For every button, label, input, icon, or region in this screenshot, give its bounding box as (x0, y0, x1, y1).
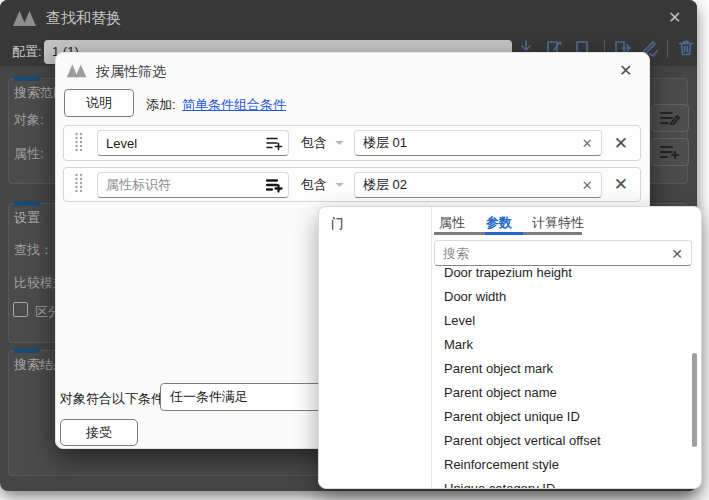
trimble-logo-icon (12, 8, 38, 32)
tab-calculated-properties[interactable]: 计算特性 (532, 214, 584, 232)
list-item[interactable]: Level (433, 309, 688, 333)
accept-button[interactable]: 接受 (60, 419, 138, 446)
find-label: 查找： (14, 241, 53, 259)
popup-divider (431, 207, 432, 489)
help-button[interactable]: 说明 (64, 89, 134, 117)
add-simple-condition-link[interactable]: 简单条件 (182, 96, 234, 114)
case-sensitive-checkbox[interactable] (13, 302, 28, 317)
dialog-title: 按属性筛选 (96, 63, 166, 81)
window-title: 查找和替换 (46, 9, 121, 28)
list-item[interactable]: Reinforcement style (433, 453, 688, 477)
tab-parameters[interactable]: 参数 (486, 214, 512, 232)
group-accent-bar (14, 201, 40, 206)
chevron-down-icon (335, 140, 344, 146)
property-input[interactable] (98, 173, 288, 197)
window-close-icon[interactable]: ✕ (668, 10, 681, 26)
list-item[interactable]: Door width (433, 285, 688, 309)
list-item[interactable]: Parent object vertical offset (433, 429, 688, 453)
operator-dropdown[interactable]: 包含 (301, 134, 344, 152)
condition-row: 包含 ✕ ✕ (63, 125, 641, 161)
value-input[interactable] (355, 131, 601, 155)
value-input[interactable] (355, 173, 601, 197)
property-field-wrap (97, 172, 289, 198)
match-condition-label: 对象符合以下条件 (60, 390, 164, 408)
condition-row: 包含 ✕ ✕ (63, 167, 641, 202)
list-edit-icon (660, 111, 680, 125)
config-label: 配置: (12, 43, 42, 61)
dialog-close-icon[interactable]: ✕ (619, 63, 632, 79)
trash-icon[interactable] (676, 38, 696, 58)
clear-value-icon[interactable]: ✕ (582, 178, 593, 194)
list-item[interactable]: Mark (433, 333, 688, 357)
active-tab-underline (485, 232, 523, 235)
drag-handle-icon[interactable] (74, 132, 83, 155)
group-accent-bar (14, 76, 40, 81)
category-item-door[interactable]: 门 (331, 215, 344, 233)
drag-handle-icon[interactable] (74, 173, 83, 196)
remove-row-icon[interactable]: ✕ (614, 176, 628, 193)
remove-row-icon[interactable]: ✕ (614, 135, 628, 152)
list-item[interactable]: Parent object name (433, 381, 688, 405)
group-accent-bar (14, 348, 40, 353)
property-picker-popup: 门 属性 参数 计算特性 ✕ Door trapezium heightDoor… (318, 206, 702, 489)
trimble-logo-icon (66, 62, 88, 83)
property-field-wrap (97, 130, 289, 156)
value-field-wrap: ✕ (354, 130, 602, 156)
chevron-down-icon (335, 182, 344, 188)
pick-property-icon[interactable] (266, 136, 283, 155)
list-item[interactable]: Parent object unique ID (433, 405, 688, 429)
tab-attributes[interactable]: 属性 (439, 214, 465, 232)
list-edit-button[interactable] (651, 104, 689, 132)
list-add-icon (660, 145, 680, 159)
add-label: 添加: (146, 96, 176, 114)
search-clear-icon[interactable]: ✕ (671, 246, 683, 262)
value-field-wrap: ✕ (354, 172, 602, 198)
list-item[interactable]: Parent object mark (433, 357, 688, 381)
group-title-settings: 设置 (14, 209, 40, 227)
property-input[interactable] (98, 131, 288, 155)
list-item[interactable]: Door trapezium height (433, 261, 688, 285)
object-label: 对象: (14, 111, 44, 129)
scrollbar-thumb[interactable] (692, 353, 697, 447)
list-item[interactable]: Unique category ID (433, 477, 688, 489)
property-label: 属性: (14, 145, 44, 163)
toolbar-separator (667, 40, 668, 58)
add-combined-condition-link[interactable]: 组合条件 (234, 96, 286, 114)
clear-value-icon[interactable]: ✕ (582, 136, 593, 152)
screen: 查找和替换 ✕ 配置: 1 (1) 搜索范围 对象: (0, 0, 709, 500)
param-list: Door trapezium heightDoor widthLevelMark… (433, 261, 688, 489)
pick-property-icon[interactable] (266, 178, 283, 197)
operator-dropdown[interactable]: 包含 (301, 176, 344, 194)
list-add-button[interactable] (651, 138, 689, 166)
